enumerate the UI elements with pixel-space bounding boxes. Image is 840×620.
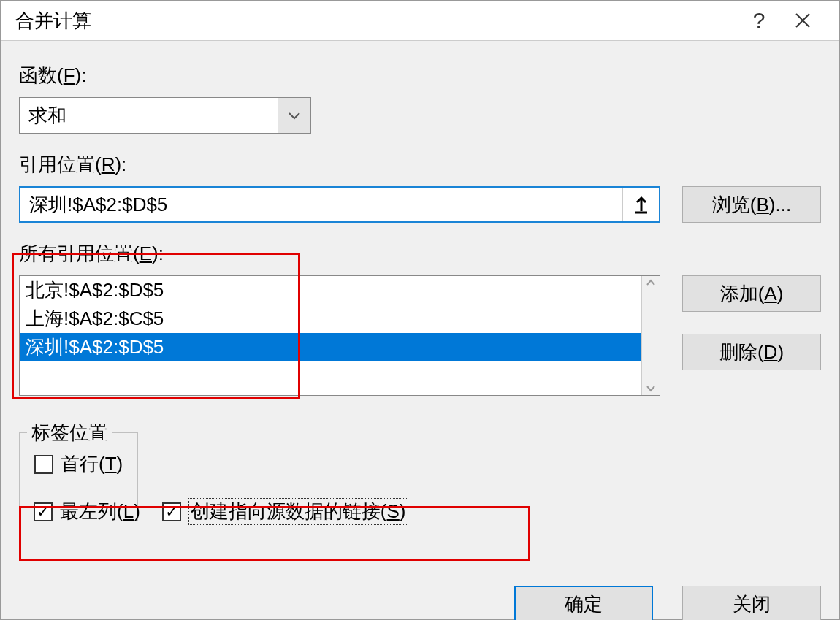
- top-row-label: 首行(T): [61, 451, 123, 477]
- top-row-checkbox-row: 首行(T): [34, 451, 123, 477]
- function-dropdown[interactable]: 求和: [19, 97, 311, 134]
- create-links-checkbox-row: 创建指向源数据的链接(S): [162, 498, 408, 525]
- ok-button[interactable]: 确定: [514, 586, 653, 620]
- top-row-checkbox[interactable]: [34, 455, 53, 474]
- listbox-items: 北京!$A$2:$D$5 上海!$A$2:$C$5 深圳!$A$2:$D$5: [20, 276, 641, 395]
- left-col-label: 最左列(L): [60, 499, 140, 524]
- reference-input-wrap: [19, 186, 660, 223]
- close-button[interactable]: [781, 1, 825, 41]
- collapse-icon: [633, 195, 649, 214]
- consolidate-dialog: 合并计算 ? 函数(F): 求和 引用位置(R):: [0, 0, 840, 620]
- reference-input[interactable]: [20, 188, 622, 221]
- help-button[interactable]: ?: [737, 1, 781, 41]
- close-button-footer[interactable]: 关闭: [682, 586, 821, 620]
- create-links-label: 创建指向源数据的链接(S): [188, 498, 408, 525]
- all-refs-row: 北京!$A$2:$D$5 上海!$A$2:$C$5 深圳!$A$2:$D$5 添…: [19, 275, 821, 396]
- close-icon: [794, 12, 812, 29]
- all-refs-label: 所有引用位置(E):: [19, 241, 821, 267]
- scroll-down-icon: [646, 385, 656, 392]
- function-label: 函数(F):: [19, 63, 821, 88]
- list-item[interactable]: 北京!$A$2:$D$5: [20, 276, 641, 305]
- left-col-checkbox[interactable]: [34, 502, 53, 521]
- dialog-content: 函数(F): 求和 引用位置(R): 浏览(B: [1, 41, 839, 536]
- function-value: 求和: [20, 98, 278, 133]
- titlebar: 合并计算 ?: [1, 1, 839, 41]
- add-button[interactable]: 添加(A): [682, 275, 821, 312]
- browse-button[interactable]: 浏览(B)...: [682, 186, 821, 223]
- listbox-buttons: 添加(A) 删除(D): [682, 275, 821, 370]
- left-col-checkbox-row: 最左列(L): [34, 499, 140, 524]
- labels-legend: 标签位置: [27, 420, 112, 445]
- list-item[interactable]: 深圳!$A$2:$D$5: [20, 333, 641, 361]
- chevron-down-icon: [288, 111, 301, 120]
- collapse-dialog-button[interactable]: [622, 188, 659, 221]
- listbox-scrollbar[interactable]: [641, 276, 660, 395]
- list-item[interactable]: 上海!$A$2:$C$5: [20, 305, 641, 333]
- all-refs-listbox[interactable]: 北京!$A$2:$D$5 上海!$A$2:$C$5 深圳!$A$2:$D$5: [19, 275, 660, 396]
- delete-button[interactable]: 删除(D): [682, 334, 821, 370]
- reference-row: 浏览(B)...: [19, 186, 821, 223]
- dialog-title: 合并计算: [15, 8, 737, 34]
- reference-label: 引用位置(R):: [19, 152, 821, 177]
- scroll-up-icon: [646, 279, 656, 286]
- create-links-checkbox[interactable]: [162, 502, 181, 521]
- footer-buttons: 确定 关闭: [514, 586, 821, 620]
- dropdown-button[interactable]: [278, 98, 310, 133]
- labels-section: 标签位置 首行(T) 最左列(L) 创建指向源数据的链接(S): [19, 414, 821, 521]
